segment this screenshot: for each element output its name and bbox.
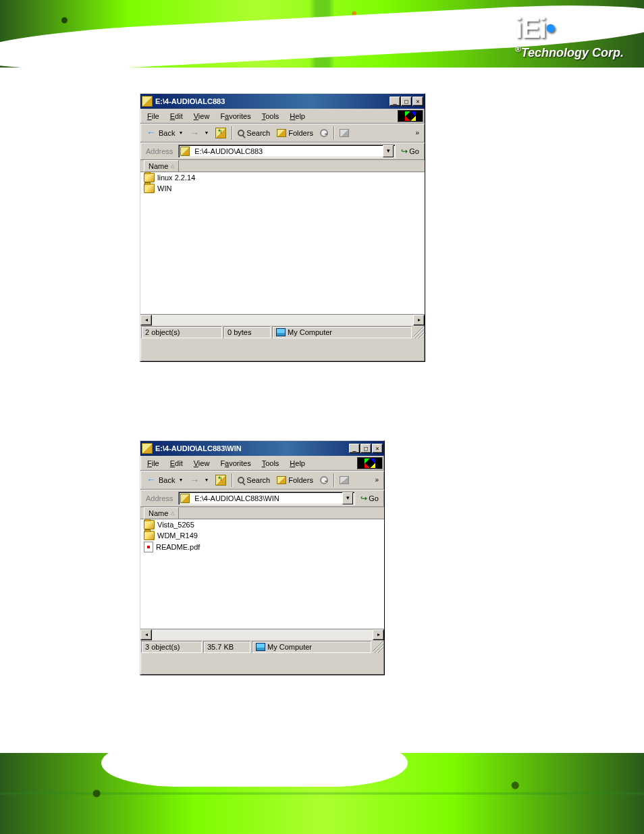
scroll-left-button[interactable]: ◂ [140, 315, 152, 325]
up-button[interactable] [213, 473, 229, 487]
horizontal-scrollbar[interactable]: ◂ ▸ [140, 314, 425, 325]
history-icon [320, 129, 328, 137]
column-name-header[interactable]: Name △ [144, 507, 179, 519]
list-item[interactable]: WDM_R149 [140, 530, 384, 541]
close-button[interactable]: ✕ [412, 97, 423, 106]
folders-button[interactable]: Folders [274, 128, 316, 138]
titlebar[interactable]: E:\4-AUDIO\ALC883\WIN _ □ ✕ [140, 441, 384, 456]
toolbar-overflow[interactable]: » [372, 476, 381, 484]
address-label: Address [143, 494, 176, 502]
history-button[interactable] [317, 128, 331, 138]
list-item[interactable]: linux 2.2.14 [140, 172, 425, 183]
computer-icon [256, 643, 265, 651]
menu-file[interactable]: File [142, 457, 165, 469]
folders-button[interactable]: Folders [274, 475, 316, 486]
scroll-track[interactable] [152, 315, 413, 325]
menu-tools[interactable]: Tools [257, 110, 285, 122]
go-button[interactable]: Go [398, 145, 422, 157]
menu-edit[interactable]: Edit [165, 457, 188, 469]
forward-button[interactable]: ▼ [187, 473, 211, 487]
address-combo[interactable]: ▼ [178, 145, 396, 158]
address-input[interactable] [194, 494, 340, 502]
menu-favorites[interactable]: Favorites [215, 110, 256, 122]
menu-view[interactable]: View [188, 457, 215, 469]
resize-grip[interactable] [413, 326, 424, 338]
address-input[interactable] [194, 147, 381, 155]
column-name-header[interactable]: Name △ [144, 160, 179, 172]
folder-icon [144, 531, 155, 540]
go-button[interactable]: Go [358, 492, 381, 504]
file-list[interactable]: Vista_5265 WDM_R149 README.pdf [140, 519, 384, 629]
list-item[interactable]: README.pdf [140, 541, 384, 553]
logo-main: iEi• [515, 12, 624, 45]
forward-button[interactable]: ▼ [187, 126, 211, 140]
toolbar: Back▼ ▼ Search Folders » [140, 124, 425, 142]
forward-arrow-icon [190, 475, 200, 486]
brand-logo: iEi• ®Technology Corp. [515, 12, 624, 60]
toolbar-overflow[interactable]: » [412, 129, 422, 136]
history-icon [320, 476, 328, 484]
moveto-button[interactable] [337, 475, 352, 486]
item-label: WIN [157, 184, 171, 192]
menu-file[interactable]: File [142, 110, 165, 122]
menu-favorites[interactable]: Favorites [215, 457, 256, 469]
back-button[interactable]: Back▼ [143, 473, 186, 487]
window-title: E:\4-AUDIO\ALC883 [155, 97, 390, 105]
item-label: README.pdf [156, 543, 200, 551]
menu-help[interactable]: Help [284, 457, 311, 469]
toolbar-separator [232, 473, 232, 487]
item-label: linux 2.2.14 [157, 174, 195, 182]
resize-grip[interactable] [373, 641, 383, 653]
titlebar[interactable]: E:\4-AUDIO\ALC883 _ □ ✕ [140, 94, 425, 109]
address-combo[interactable]: ▼ [178, 492, 355, 505]
sort-asc-icon: △ [171, 163, 174, 169]
minimize-button[interactable]: _ [390, 97, 400, 106]
up-folder-icon [215, 475, 226, 486]
maximize-button[interactable]: □ [401, 97, 412, 106]
folders-icon [277, 476, 286, 484]
menu-help[interactable]: Help [284, 110, 311, 122]
maximize-button[interactable]: □ [360, 444, 371, 453]
toolbar-separator [333, 473, 334, 487]
close-button[interactable]: ✕ [372, 444, 383, 453]
folder-open-icon [142, 96, 153, 107]
minimize-button[interactable]: _ [349, 444, 360, 453]
folder-icon [144, 184, 155, 193]
list-item[interactable]: Vista_5265 [140, 519, 384, 530]
folder-open-icon [180, 147, 190, 156]
search-button[interactable]: Search [235, 128, 273, 138]
back-button[interactable]: Back▼ [143, 126, 186, 140]
file-list[interactable]: linux 2.2.14 WIN [140, 172, 425, 314]
up-button[interactable] [213, 126, 229, 140]
menu-tools[interactable]: Tools [257, 457, 285, 469]
scroll-track[interactable] [152, 629, 373, 640]
moveto-button[interactable] [337, 128, 352, 138]
statusbar: 2 object(s) 0 bytes My Computer [140, 325, 425, 339]
search-icon [238, 477, 244, 484]
window-title: E:\4-AUDIO\ALC883\WIN [155, 444, 349, 452]
horizontal-scrollbar[interactable]: ◂ ▸ [140, 629, 384, 640]
sort-asc-icon: △ [171, 511, 174, 516]
search-button[interactable]: Search [235, 475, 273, 486]
list-item[interactable]: WIN [140, 183, 425, 194]
status-size: 35.7 KB [203, 641, 250, 653]
address-dropdown-button[interactable]: ▼ [383, 145, 394, 157]
go-icon [360, 494, 367, 503]
scroll-right-button[interactable]: ▸ [413, 315, 425, 325]
page-header-decoration: iEi• ®Technology Corp. [0, 0, 644, 68]
explorer-window-win: E:\4-AUDIO\ALC883\WIN _ □ ✕ File Edit Vi… [140, 440, 385, 675]
status-size: 0 bytes [223, 326, 271, 338]
history-button[interactable] [317, 475, 331, 486]
page-footer-decoration [0, 753, 644, 834]
windows-flag-icon [398, 110, 423, 122]
menu-view[interactable]: View [188, 110, 215, 122]
address-dropdown-button[interactable]: ▼ [342, 492, 353, 504]
status-objects: 2 object(s) [141, 326, 222, 338]
scroll-left-button[interactable]: ◂ [140, 629, 152, 640]
column-header-row: Name △ [140, 160, 425, 172]
scroll-right-button[interactable]: ▸ [373, 629, 384, 640]
back-arrow-icon [146, 128, 157, 138]
toolbar: Back▼ ▼ Search Folders » [140, 471, 384, 490]
menu-edit[interactable]: Edit [165, 110, 188, 122]
addressbar: Address ▼ Go [140, 142, 425, 160]
